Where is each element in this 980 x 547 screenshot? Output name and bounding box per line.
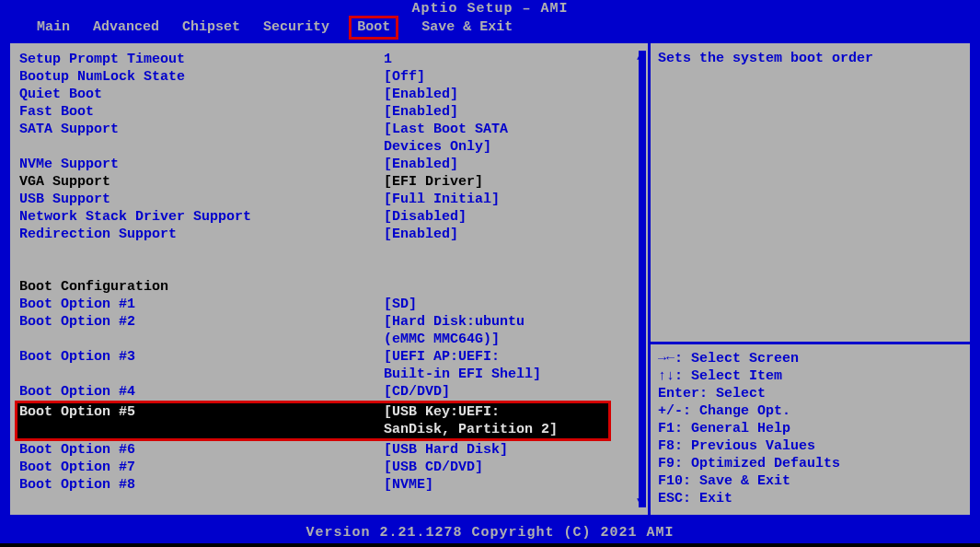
label: Boot Option #3 — [19, 348, 384, 366]
footer-version: Version 2.21.1278 Copyright (C) 2021 AMI — [0, 523, 980, 543]
value: [SD] — [384, 296, 648, 313]
boot-option-5[interactable]: Boot Option #5 [USB Key:UEFI: — [17, 403, 608, 421]
boot-option-5b: SanDisk, Partition 2] — [17, 421, 608, 438]
label: Boot Option #1 — [19, 296, 384, 313]
boot-option-3b: Built-in EFI Shell] — [19, 366, 648, 383]
help-key-f8: F8: Previous Values — [658, 437, 964, 455]
label: Bootup NumLock State — [19, 68, 384, 86]
help-key-f10: F10: Save & Exit — [658, 472, 964, 490]
menu-bar: Main Advanced Chipset Security Boot Save… — [0, 18, 980, 41]
value: [USB Hard Disk] — [384, 441, 648, 459]
setting-numlock[interactable]: Bootup NumLock State [Off] — [19, 68, 648, 86]
setting-quiet-boot[interactable]: Quiet Boot [Enabled] — [19, 86, 648, 103]
value: [USB CD/DVD] — [384, 459, 648, 476]
boot-option-2b: (eMMC MMC64G)] — [19, 331, 648, 348]
boot-option-1[interactable]: Boot Option #1 [SD] — [19, 296, 648, 313]
value: [Enabled] — [384, 226, 648, 243]
help-key-screen: →←: Select Screen — [658, 350, 964, 367]
menu-boot[interactable]: Boot — [349, 16, 398, 40]
help-description: Sets the system boot order — [658, 51, 964, 342]
value: [Disabled] — [384, 208, 648, 226]
scroll-down-icon[interactable]: ▼ — [637, 495, 644, 509]
label: Setup Prompt Timeout — [19, 51, 384, 68]
boot-config-header: Boot Configuration — [19, 278, 648, 296]
help-key-esc: ESC: Exit — [658, 490, 964, 507]
value: 1 — [384, 51, 648, 68]
spacer — [19, 243, 648, 278]
value: Built-in EFI Shell] — [384, 366, 648, 383]
value: [EFI Driver] — [384, 173, 648, 191]
menu-save[interactable]: Save & Exit — [421, 18, 513, 37]
label: Boot Option #6 — [19, 441, 384, 459]
label: Boot Option #5 — [19, 403, 384, 421]
boot-option-7[interactable]: Boot Option #7 [USB CD/DVD] — [19, 459, 648, 476]
value: [CD/DVD] — [384, 383, 648, 401]
bottom-edge — [0, 543, 980, 547]
title-bar: Aptio Setup – AMI — [0, 0, 980, 18]
value: [USB Key:UEFI: — [384, 403, 608, 421]
value: [Enabled] — [384, 156, 648, 173]
label: SATA Support — [19, 121, 384, 138]
setting-sata-support[interactable]: SATA Support [Last Boot SATA — [19, 121, 648, 138]
label: VGA Support — [19, 173, 384, 191]
help-key-f1: F1: General Help — [658, 420, 964, 437]
value: [UEFI AP:UEFI: — [384, 348, 648, 366]
value: (eMMC MMC64G)] — [384, 331, 648, 348]
main-frame: Setup Prompt Timeout 1 Bootup NumLock St… — [7, 41, 973, 518]
value: [Enabled] — [384, 103, 648, 121]
setting-network-stack[interactable]: Network Stack Driver Support [Disabled] — [19, 208, 648, 226]
value: [Last Boot SATA — [384, 121, 648, 138]
value: [Hard Disk:ubuntu — [384, 313, 648, 331]
help-key-change: +/-: Change Opt. — [658, 402, 964, 420]
label: Redirection Support — [19, 226, 384, 243]
setting-usb-support[interactable]: USB Support [Full Initial] — [19, 191, 648, 208]
label: Quiet Boot — [19, 86, 384, 103]
help-keys: →←: Select Screen ↑↓: Select Item Enter:… — [658, 344, 964, 507]
boot-option-2[interactable]: Boot Option #2 [Hard Disk:ubuntu — [19, 313, 648, 331]
label: USB Support — [19, 191, 384, 208]
help-key-item: ↑↓: Select Item — [658, 367, 964, 385]
value: SanDisk, Partition 2] — [384, 421, 608, 438]
boot-option-8[interactable]: Boot Option #8 [NVME] — [19, 476, 648, 494]
settings-pane: Setup Prompt Timeout 1 Bootup NumLock St… — [10, 43, 651, 515]
label: NVMe Support — [19, 156, 384, 173]
setting-nvme-support[interactable]: NVMe Support [Enabled] — [19, 156, 648, 173]
scrollbar[interactable]: ▲ ▼ — [639, 51, 646, 507]
menu-advanced[interactable]: Advanced — [93, 18, 159, 37]
setting-prompt-timeout[interactable]: Setup Prompt Timeout 1 — [19, 51, 648, 68]
value: Devices Only] — [384, 138, 648, 156]
boot-option-3[interactable]: Boot Option #3 [UEFI AP:UEFI: — [19, 348, 648, 366]
value: [Off] — [384, 68, 648, 86]
label: Network Stack Driver Support — [19, 208, 384, 226]
boot-option-4[interactable]: Boot Option #4 [CD/DVD] — [19, 383, 648, 401]
label: Boot Option #2 — [19, 313, 384, 331]
boot-option-6[interactable]: Boot Option #6 [USB Hard Disk] — [19, 441, 648, 459]
menu-main[interactable]: Main — [37, 18, 70, 37]
help-key-enter: Enter: Select — [658, 385, 964, 402]
label: Boot Option #4 — [19, 383, 384, 401]
label: Fast Boot — [19, 103, 384, 121]
setting-fast-boot[interactable]: Fast Boot [Enabled] — [19, 103, 648, 121]
value: [Enabled] — [384, 86, 648, 103]
value: [NVME] — [384, 476, 648, 494]
setting-redirection[interactable]: Redirection Support [Enabled] — [19, 226, 648, 243]
value: [Full Initial] — [384, 191, 648, 208]
label: Boot Option #8 — [19, 476, 384, 494]
menu-chipset[interactable]: Chipset — [182, 18, 240, 37]
scroll-thumb[interactable] — [639, 62, 646, 274]
setting-vga-support: VGA Support [EFI Driver] — [19, 173, 648, 191]
help-pane: Sets the system boot order →←: Select Sc… — [651, 43, 970, 515]
boot-option-5-highlight: Boot Option #5 [USB Key:UEFI: SanDisk, P… — [15, 401, 611, 441]
help-key-f9: F9: Optimized Defaults — [658, 455, 964, 472]
label: Boot Option #7 — [19, 459, 384, 476]
setting-sata-support-2: Devices Only] — [19, 138, 648, 156]
menu-security[interactable]: Security — [263, 18, 329, 37]
